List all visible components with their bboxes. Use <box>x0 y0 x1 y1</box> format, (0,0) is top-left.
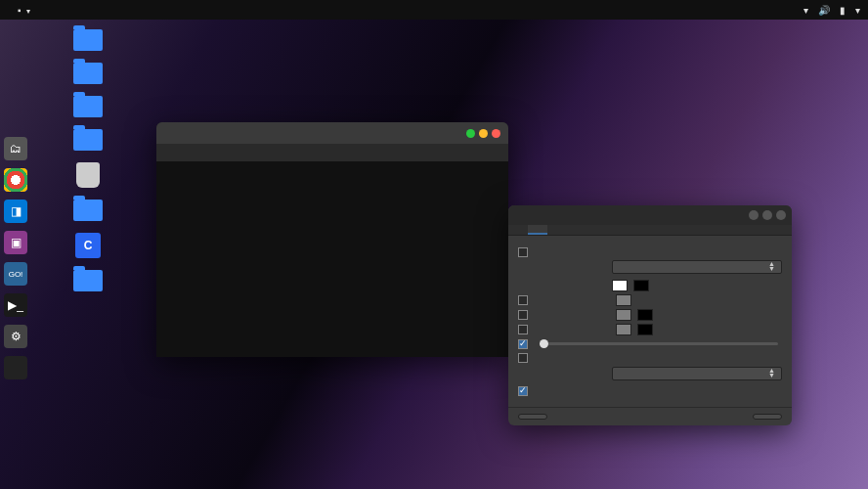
folder-icon <box>73 29 103 51</box>
dock-apps[interactable] <box>4 356 27 379</box>
dock-settings[interactable]: ⚙ <box>4 325 27 348</box>
file-style[interactable]: C <box>54 233 122 260</box>
row-cursor-color <box>518 309 782 321</box>
swatch-highlight-bg[interactable] <box>637 324 653 335</box>
trash[interactable] <box>54 162 122 190</box>
tab-colors[interactable] <box>528 225 547 235</box>
network-icon[interactable]: ▾ <box>803 5 808 16</box>
checkbox-system-transparency[interactable] <box>518 353 528 363</box>
volume-icon[interactable]: 🔊 <box>818 5 830 16</box>
preferences-body: ▲▼ <box>508 236 792 407</box>
folder-icon <box>73 200 103 221</box>
desktop-icons: C <box>54 29 122 293</box>
swatch-cursor-bg[interactable] <box>637 309 653 321</box>
dock: 🗂 ◨ ▣ GO! ▶_ ⚙ <box>4 137 27 379</box>
row-bold-color <box>518 294 782 306</box>
power-icon[interactable]: ▾ <box>855 5 860 16</box>
row-bold-bright <box>518 386 782 396</box>
swatch-default-bg[interactable] <box>633 280 649 291</box>
folder-blog[interactable] <box>54 29 122 53</box>
checkbox-bold-color[interactable] <box>518 295 528 305</box>
active-app-menu[interactable]: ▪ <box>18 5 30 16</box>
battery-icon[interactable]: ▮ <box>840 5 846 16</box>
checkbox-highlight-color[interactable] <box>518 325 528 334</box>
select-palette-scheme[interactable]: ▲▼ <box>612 367 782 380</box>
terminal-body[interactable] <box>156 161 508 357</box>
dock-files[interactable]: 🗂 <box>4 137 27 160</box>
system-tray[interactable]: ▾ 🔊 ▮ ▾ <box>803 5 860 16</box>
slider-thumb[interactable] <box>540 339 548 348</box>
swatch-bold-text[interactable] <box>616 294 631 306</box>
folder-sysdesign[interactable] <box>54 200 122 223</box>
row-palette-scheme: ▲▼ <box>518 367 782 380</box>
maximize-button[interactable] <box>762 210 772 220</box>
folder-icon <box>73 96 103 117</box>
window-controls <box>749 210 786 220</box>
preferences-footer <box>508 407 792 425</box>
updown-icon: ▲▼ <box>768 262 775 272</box>
terminal-titlebar[interactable] <box>156 122 508 144</box>
terminal-menubar <box>156 144 508 161</box>
close-button[interactable] <box>753 414 782 420</box>
swatch-highlight-text[interactable] <box>616 324 631 335</box>
dock-app2[interactable]: GO! <box>4 262 27 286</box>
preferences-tabs <box>508 225 792 236</box>
checkbox-bold-bright[interactable] <box>518 386 528 396</box>
dock-chrome[interactable] <box>4 168 27 192</box>
tab-text[interactable] <box>508 225 528 235</box>
help-button[interactable] <box>518 414 547 420</box>
window-controls <box>466 129 500 138</box>
folder-psd[interactable] <box>54 270 122 293</box>
topbar-left: ▪ <box>8 5 30 16</box>
minimize-button[interactable] <box>466 129 475 138</box>
swatch-cursor-text[interactable] <box>616 309 631 321</box>
row-use-system-theme <box>518 247 782 257</box>
checkbox-use-system-theme[interactable] <box>518 247 528 257</box>
dock-vscode[interactable]: ◨ <box>4 200 27 223</box>
terminal-window: + ▾ <box>156 122 508 357</box>
checkbox-transparent-bg[interactable] <box>518 339 528 349</box>
tab-scrolling[interactable] <box>547 225 567 235</box>
row-default-color <box>518 280 782 291</box>
select-builtin-scheme[interactable]: ▲▼ <box>612 260 782 274</box>
row-builtin-scheme: ▲▼ <box>518 260 782 274</box>
row-highlight-color <box>518 324 782 335</box>
dock-terminal[interactable]: ▶_ <box>4 293 27 317</box>
row-transparent-bg <box>518 339 782 349</box>
folder-gongzhonghao[interactable] <box>54 129 122 153</box>
tab-compatibility[interactable] <box>586 225 606 235</box>
preferences-window: ▲▼ <box>508 205 792 425</box>
css-icon: C <box>75 233 101 258</box>
close-button[interactable] <box>776 210 786 220</box>
updown-icon: ▲▼ <box>768 369 775 378</box>
folder-icon <box>73 63 103 84</box>
tab-command[interactable] <box>567 225 586 235</box>
folder-icon <box>73 270 103 291</box>
minimize-button[interactable] <box>749 210 759 220</box>
folder-algorithm[interactable] <box>54 63 122 86</box>
close-button[interactable] <box>492 129 500 138</box>
row-system-transparency <box>518 353 782 363</box>
maximize-button[interactable] <box>479 129 488 138</box>
preferences-titlebar[interactable] <box>508 205 792 225</box>
transparency-slider[interactable] <box>540 342 778 345</box>
folder-icon <box>73 129 103 151</box>
trash-icon <box>76 162 100 188</box>
dock-app1[interactable]: ▣ <box>4 231 27 254</box>
folder-redis[interactable] <box>54 96 122 119</box>
swatch-default-text[interactable] <box>612 280 628 291</box>
checkbox-cursor-color[interactable] <box>518 310 528 320</box>
